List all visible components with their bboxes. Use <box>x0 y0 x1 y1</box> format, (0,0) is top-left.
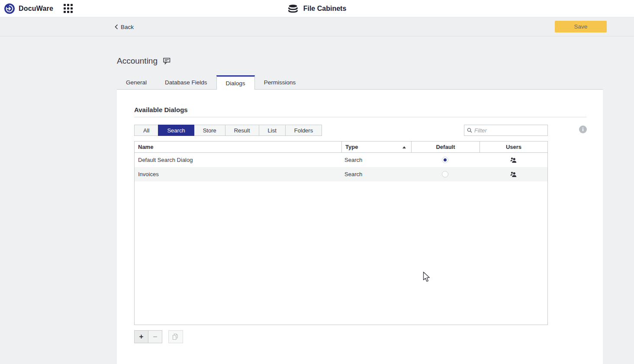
filter-label: Folders <box>294 127 313 134</box>
filter-search-button[interactable]: Search <box>158 125 194 136</box>
remove-dialog-button[interactable]: − <box>148 330 162 343</box>
table-actions: + − <box>134 330 183 343</box>
filter-label: List <box>268 127 277 134</box>
brand-name: DocuWare <box>19 5 53 13</box>
dialog-name: Invoices <box>135 171 341 177</box>
cabinet-title: Accounting <box>117 56 158 66</box>
default-radio[interactable] <box>442 157 448 163</box>
copy-dialog-button[interactable] <box>168 330 183 343</box>
back-label: Back <box>121 24 134 30</box>
tab-label: Database Fields <box>165 79 207 86</box>
column-header-name[interactable]: Name <box>135 142 341 152</box>
tab-database-fields[interactable]: Database Fields <box>156 75 216 90</box>
filter-result-button[interactable]: Result <box>225 125 259 136</box>
column-label: Default <box>436 144 455 150</box>
comment-icon[interactable] <box>163 58 171 66</box>
save-button[interactable]: Save <box>555 21 607 32</box>
column-header-type[interactable]: Type <box>341 142 411 152</box>
filter-all-button[interactable]: All <box>134 125 158 136</box>
docuware-file-cabinets-page: { "header": { "brand": "DocuWare", "titl… <box>0 0 634 364</box>
dialog-type: Search <box>341 157 411 163</box>
brand[interactable]: DocuWare <box>4 3 53 14</box>
tab-permissions[interactable]: Permissions <box>255 75 305 90</box>
action-toolbar: Back Save <box>0 18 634 36</box>
section-heading: Available Dialogs <box>134 106 188 113</box>
info-icon[interactable]: i <box>579 126 587 133</box>
filter-label: Store <box>203 127 216 134</box>
dialog-type-filter: All Search Store Result List Folders <box>134 125 322 136</box>
dialog-name: Default Search Dialog <box>135 157 341 163</box>
filter-search-box <box>464 125 548 136</box>
column-header-default[interactable]: Default <box>411 142 480 152</box>
dialogs-table-body: Default Search Dialog Search Invoices Se… <box>134 153 548 325</box>
file-cabinets-icon <box>288 4 298 13</box>
section-divider <box>134 117 586 117</box>
back-button[interactable]: Back <box>115 24 134 30</box>
tab-label: Permissions <box>264 79 296 86</box>
sort-asc-icon <box>402 146 406 148</box>
default-radio[interactable] <box>442 171 448 177</box>
filter-label: Search <box>167 127 185 134</box>
table-row-invoices[interactable]: Invoices Search <box>135 167 547 181</box>
filter-label: Result <box>234 127 250 134</box>
tab-label: Dialogs <box>226 80 245 87</box>
column-label: Users <box>506 144 521 150</box>
dialogs-table-header: Name Type Default Users <box>134 141 548 153</box>
add-dialog-button[interactable]: + <box>134 330 148 343</box>
search-icon <box>467 128 472 133</box>
column-label: Name <box>138 144 153 150</box>
page-title: File Cabinets <box>303 5 347 13</box>
users-icon[interactable] <box>510 171 517 177</box>
column-header-users[interactable]: Users <box>480 142 547 152</box>
dialogs-panel: Available Dialogs All Search Store Resul… <box>117 90 603 364</box>
apps-grid-icon[interactable] <box>64 4 73 13</box>
page-header: File Cabinets <box>0 0 634 17</box>
tab-general[interactable]: General <box>117 75 156 90</box>
top-bar: DocuWare File Cabinets <box>0 0 634 17</box>
tab-label: General <box>126 79 147 86</box>
back-chevron-icon <box>115 24 118 29</box>
filter-list-button[interactable]: List <box>259 125 286 136</box>
dialog-type: Search <box>341 171 411 177</box>
filter-folders-button[interactable]: Folders <box>285 125 322 136</box>
filter-store-button[interactable]: Store <box>194 125 225 136</box>
tab-dialogs[interactable]: Dialogs <box>216 75 255 90</box>
filter-input[interactable] <box>474 127 545 134</box>
filter-label: All <box>143 127 149 134</box>
docuware-logo-icon <box>4 3 15 14</box>
cabinet-tabs: General Database Fields Dialogs Permissi… <box>117 75 603 90</box>
users-icon[interactable] <box>510 157 517 163</box>
table-row-default-search-dialog[interactable]: Default Search Dialog Search <box>135 153 547 167</box>
column-label: Type <box>345 144 358 150</box>
copy-icon <box>172 333 179 340</box>
